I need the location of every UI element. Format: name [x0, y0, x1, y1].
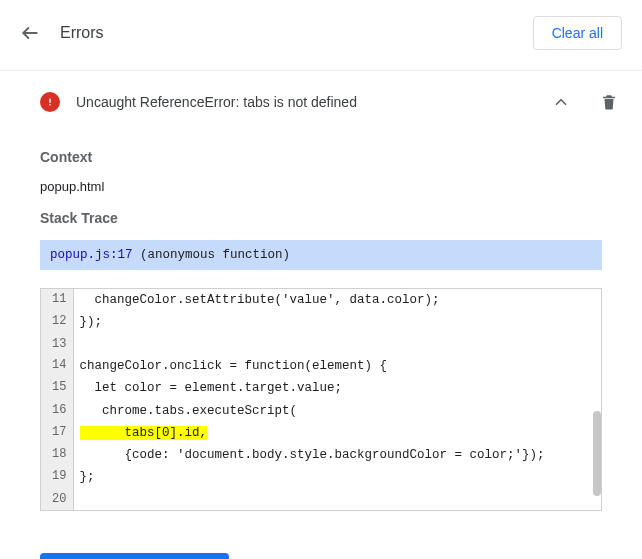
code-snippet: 11 changeColor.setAttribute('value', dat…: [40, 288, 602, 511]
code-line: 13: [41, 334, 601, 356]
code-line: 16 chrome.tabs.executeScript(: [41, 400, 601, 422]
stack-frame[interactable]: popup.js:17 (anonymous function): [40, 240, 602, 270]
line-number: 11: [41, 289, 73, 311]
code-text: changeColor.setAttribute('value', data.c…: [73, 289, 601, 311]
code-line: 15 let color = element.target.value;: [41, 377, 601, 399]
code-text: tabs[0].id,: [73, 422, 601, 444]
line-number: 14: [41, 355, 73, 377]
error-message: Uncaught ReferenceError: tabs is not def…: [76, 94, 532, 110]
context-value: popup.html: [40, 179, 602, 194]
view-in-devtools-button[interactable]: View in Developer Tools: [40, 553, 229, 559]
line-number: 18: [41, 444, 73, 466]
page-header: Errors Clear all: [0, 0, 642, 70]
code-line: 20: [41, 489, 601, 511]
code-line: 12});: [41, 311, 601, 333]
code-line: 17 tabs[0].id,: [41, 422, 601, 444]
clear-all-button[interactable]: Clear all: [533, 16, 622, 50]
line-number: 17: [41, 422, 73, 444]
svg-rect-1: [49, 99, 51, 104]
code-text: [73, 489, 601, 511]
code-text: });: [73, 311, 601, 333]
error-icon: [40, 92, 60, 112]
code-line: 14changeColor.onclick = function(element…: [41, 355, 601, 377]
context-label: Context: [40, 149, 602, 165]
line-number: 13: [41, 334, 73, 356]
code-text: changeColor.onclick = function(element) …: [73, 355, 601, 377]
line-number: 19: [41, 466, 73, 488]
line-number: 15: [41, 377, 73, 399]
back-arrow-icon[interactable]: [20, 23, 40, 43]
code-line: 18 {code: 'document.body.style.backgroun…: [41, 444, 601, 466]
code-text: [73, 334, 601, 356]
code-line: 19};: [41, 466, 601, 488]
stack-frame-fn: (anonymous function): [140, 248, 290, 262]
stack-trace-label: Stack Trace: [40, 210, 602, 226]
chevron-up-icon[interactable]: [548, 89, 574, 115]
code-text: };: [73, 466, 601, 488]
error-row: Uncaught ReferenceError: tabs is not def…: [0, 71, 642, 133]
code-text: let color = element.target.value;: [73, 377, 601, 399]
error-details: Context popup.html Stack Trace popup.js:…: [0, 149, 642, 531]
line-number: 20: [41, 489, 73, 511]
code-text: chrome.tabs.executeScript(: [73, 400, 601, 422]
scrollbar-thumb[interactable]: [593, 411, 601, 496]
line-number: 12: [41, 311, 73, 333]
svg-rect-2: [49, 104, 51, 106]
line-number: 16: [41, 400, 73, 422]
page-title: Errors: [60, 24, 513, 42]
code-text: {code: 'document.body.style.backgroundCo…: [73, 444, 601, 466]
code-line: 11 changeColor.setAttribute('value', dat…: [41, 289, 601, 311]
code-table: 11 changeColor.setAttribute('value', dat…: [41, 289, 601, 510]
trash-icon[interactable]: [596, 89, 622, 115]
stack-frame-file: popup.js:17: [50, 248, 133, 262]
